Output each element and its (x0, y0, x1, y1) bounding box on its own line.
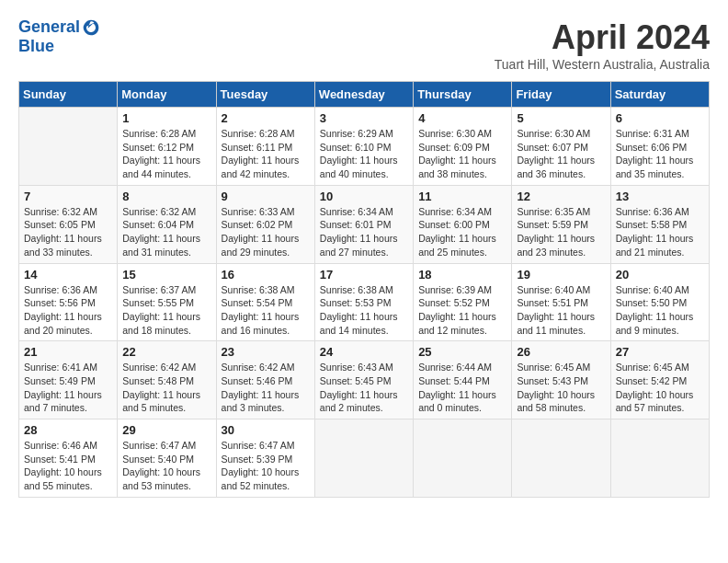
day-number: 30 (222, 423, 310, 437)
day-info: Sunrise: 6:46 AMSunset: 5:41 PMDaylight:… (24, 439, 112, 493)
day-number: 27 (616, 345, 704, 359)
day-number: 14 (24, 268, 112, 282)
day-info: Sunrise: 6:35 AMSunset: 5:59 PMDaylight:… (517, 205, 605, 259)
day-info: Sunrise: 6:47 AMSunset: 5:40 PMDaylight:… (122, 439, 210, 493)
day-info: Sunrise: 6:38 AMSunset: 5:53 PMDaylight:… (320, 283, 408, 338)
calendar-header-row: SundayMondayTuesdayWednesdayThursdayFrid… (19, 82, 710, 108)
calendar-cell (610, 419, 709, 498)
day-info: Sunrise: 6:47 AMSunset: 5:39 PMDaylight:… (222, 439, 310, 493)
day-info: Sunrise: 6:45 AMSunset: 5:43 PMDaylight:… (517, 361, 605, 415)
day-number: 10 (320, 190, 408, 203)
logo: General Blue (18, 18, 100, 56)
header-monday: Monday (118, 82, 216, 108)
header-thursday: Thursday (414, 82, 512, 108)
header-friday: Friday (512, 82, 610, 108)
title-area: April 2024 Tuart Hill, Western Australia… (495, 18, 710, 72)
calendar-cell: 25Sunrise: 6:44 AMSunset: 5:44 PMDayligh… (414, 341, 512, 419)
calendar-cell: 14Sunrise: 6:36 AMSunset: 5:56 PMDayligh… (19, 263, 118, 341)
day-number: 3 (320, 111, 408, 125)
day-number: 24 (320, 345, 408, 359)
calendar-cell: 28Sunrise: 6:46 AMSunset: 5:41 PMDayligh… (19, 419, 118, 498)
header-wednesday: Wednesday (314, 82, 413, 108)
calendar-cell: 17Sunrise: 6:38 AMSunset: 5:53 PMDayligh… (314, 263, 413, 341)
day-info: Sunrise: 6:42 AMSunset: 5:46 PMDaylight:… (222, 361, 310, 415)
day-number: 4 (418, 111, 506, 125)
day-info: Sunrise: 6:37 AMSunset: 5:55 PMDaylight:… (122, 283, 210, 338)
day-info: Sunrise: 6:44 AMSunset: 5:44 PMDaylight:… (418, 361, 506, 415)
day-number: 23 (222, 345, 310, 359)
day-info: Sunrise: 6:28 AMSunset: 6:11 PMDaylight:… (222, 127, 310, 181)
day-number: 1 (122, 111, 210, 125)
calendar-cell: 9Sunrise: 6:33 AMSunset: 6:02 PMDaylight… (216, 185, 314, 263)
calendar-cell: 5Sunrise: 6:30 AMSunset: 6:07 PMDaylight… (512, 108, 610, 186)
day-info: Sunrise: 6:40 AMSunset: 5:50 PMDaylight:… (616, 283, 704, 338)
day-info: Sunrise: 6:32 AMSunset: 6:04 PMDaylight:… (122, 205, 210, 259)
day-info: Sunrise: 6:28 AMSunset: 6:12 PMDaylight:… (122, 127, 210, 181)
calendar-cell: 19Sunrise: 6:40 AMSunset: 5:51 PMDayligh… (512, 263, 610, 341)
day-number: 18 (418, 268, 506, 282)
calendar-cell: 1Sunrise: 6:28 AMSunset: 6:12 PMDaylight… (118, 108, 216, 186)
calendar-week-1: 1Sunrise: 6:28 AMSunset: 6:12 PMDaylight… (19, 108, 710, 186)
logo-text: General (18, 18, 80, 37)
day-info: Sunrise: 6:34 AMSunset: 6:00 PMDaylight:… (418, 205, 506, 259)
day-info: Sunrise: 6:39 AMSunset: 5:52 PMDaylight:… (418, 283, 506, 338)
calendar-cell: 2Sunrise: 6:28 AMSunset: 6:11 PMDaylight… (216, 108, 314, 186)
calendar-week-2: 7Sunrise: 6:32 AMSunset: 6:05 PMDaylight… (19, 185, 710, 263)
calendar-cell: 13Sunrise: 6:36 AMSunset: 5:58 PMDayligh… (610, 185, 709, 263)
day-info: Sunrise: 6:36 AMSunset: 5:56 PMDaylight:… (24, 283, 112, 338)
day-info: Sunrise: 6:29 AMSunset: 6:10 PMDaylight:… (320, 127, 408, 181)
calendar-cell: 18Sunrise: 6:39 AMSunset: 5:52 PMDayligh… (414, 263, 512, 341)
calendar-week-4: 21Sunrise: 6:41 AMSunset: 5:49 PMDayligh… (19, 341, 710, 419)
day-number: 25 (418, 345, 506, 359)
calendar-cell: 12Sunrise: 6:35 AMSunset: 5:59 PMDayligh… (512, 185, 610, 263)
day-number: 2 (222, 111, 310, 125)
page-header: General Blue April 2024 Tuart Hill, West… (18, 18, 710, 72)
day-info: Sunrise: 6:32 AMSunset: 6:05 PMDaylight:… (24, 205, 112, 259)
day-number: 17 (320, 268, 408, 282)
day-number: 20 (616, 268, 704, 282)
day-info: Sunrise: 6:33 AMSunset: 6:02 PMDaylight:… (222, 205, 310, 259)
calendar-cell (314, 419, 413, 498)
day-number: 26 (517, 345, 605, 359)
calendar-cell: 27Sunrise: 6:45 AMSunset: 5:42 PMDayligh… (610, 341, 709, 419)
day-number: 16 (222, 268, 310, 282)
calendar-cell: 26Sunrise: 6:45 AMSunset: 5:43 PMDayligh… (512, 341, 610, 419)
day-number: 21 (24, 345, 112, 359)
calendar-cell: 24Sunrise: 6:43 AMSunset: 5:45 PMDayligh… (314, 341, 413, 419)
logo-blue: Blue (18, 37, 100, 56)
calendar-cell: 23Sunrise: 6:42 AMSunset: 5:46 PMDayligh… (216, 341, 314, 419)
day-info: Sunrise: 6:38 AMSunset: 5:54 PMDaylight:… (222, 283, 310, 338)
calendar-cell (512, 419, 610, 498)
calendar-cell: 30Sunrise: 6:47 AMSunset: 5:39 PMDayligh… (216, 419, 314, 498)
day-info: Sunrise: 6:45 AMSunset: 5:42 PMDaylight:… (616, 361, 704, 415)
day-info: Sunrise: 6:34 AMSunset: 6:01 PMDaylight:… (320, 205, 408, 259)
day-number: 7 (24, 190, 112, 203)
day-info: Sunrise: 6:31 AMSunset: 6:06 PMDaylight:… (616, 127, 704, 181)
header-saturday: Saturday (610, 82, 709, 108)
calendar-cell: 8Sunrise: 6:32 AMSunset: 6:04 PMDaylight… (118, 185, 216, 263)
day-number: 28 (24, 423, 112, 437)
day-number: 12 (517, 190, 605, 203)
day-number: 22 (122, 345, 210, 359)
day-info: Sunrise: 6:36 AMSunset: 5:58 PMDaylight:… (616, 205, 704, 259)
calendar-cell: 7Sunrise: 6:32 AMSunset: 6:05 PMDaylight… (19, 185, 118, 263)
calendar-cell: 20Sunrise: 6:40 AMSunset: 5:50 PMDayligh… (610, 263, 709, 341)
day-info: Sunrise: 6:30 AMSunset: 6:09 PMDaylight:… (418, 127, 506, 181)
calendar-cell (19, 108, 118, 186)
header-sunday: Sunday (19, 82, 118, 108)
day-number: 9 (222, 190, 310, 203)
day-info: Sunrise: 6:41 AMSunset: 5:49 PMDaylight:… (24, 361, 112, 415)
day-number: 8 (122, 190, 210, 203)
calendar-cell: 29Sunrise: 6:47 AMSunset: 5:40 PMDayligh… (118, 419, 216, 498)
day-info: Sunrise: 6:30 AMSunset: 6:07 PMDaylight:… (517, 127, 605, 181)
header-tuesday: Tuesday (216, 82, 314, 108)
calendar-week-3: 14Sunrise: 6:36 AMSunset: 5:56 PMDayligh… (19, 263, 710, 341)
calendar-week-5: 28Sunrise: 6:46 AMSunset: 5:41 PMDayligh… (19, 419, 710, 498)
calendar-cell: 10Sunrise: 6:34 AMSunset: 6:01 PMDayligh… (314, 185, 413, 263)
calendar-cell (414, 419, 512, 498)
day-number: 15 (122, 268, 210, 282)
calendar-cell: 11Sunrise: 6:34 AMSunset: 6:00 PMDayligh… (414, 185, 512, 263)
calendar-cell: 16Sunrise: 6:38 AMSunset: 5:54 PMDayligh… (216, 263, 314, 341)
day-number: 29 (122, 423, 210, 437)
day-number: 6 (616, 111, 704, 125)
